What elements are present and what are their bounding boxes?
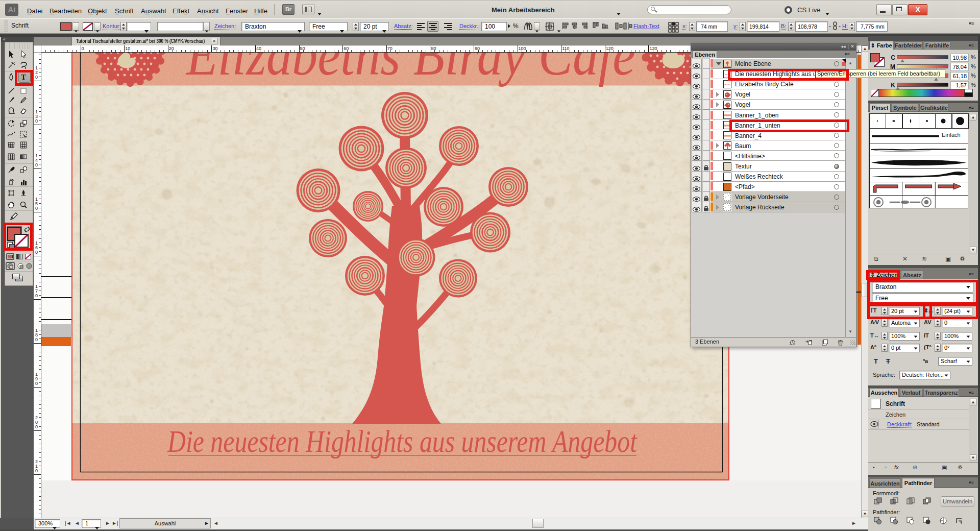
svg-text:Elizabeths Birdy Cafe: Elizabeths Birdy Cafe bbox=[185, 53, 635, 87]
svg-text:Die neuesten Highlights aus un: Die neuesten Highlights aus unserem Ange… bbox=[167, 424, 638, 458]
